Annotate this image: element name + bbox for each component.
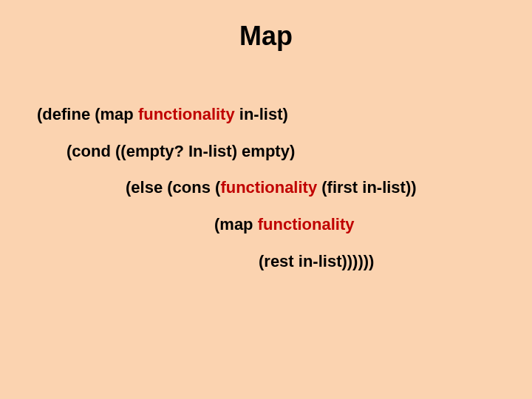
param-text: functionality bbox=[220, 178, 317, 197]
code-line-1: (define (map functionality in-list) bbox=[37, 103, 502, 126]
code-text: (else (cons ( bbox=[126, 178, 220, 197]
slide: Map (define (map functionality in-list) … bbox=[0, 0, 532, 399]
code-text: (first in-list)) bbox=[317, 178, 416, 197]
code-text: in-list) bbox=[235, 105, 288, 123]
code-text: (map bbox=[214, 215, 258, 233]
param-text: functionality bbox=[138, 105, 235, 123]
code-line-2: (cond ((empty? In-list) empty) bbox=[37, 140, 502, 163]
code-text: (define (map bbox=[37, 105, 138, 123]
code-block: (define (map functionality in-list) (con… bbox=[37, 103, 502, 287]
param-text: functionality bbox=[258, 215, 355, 233]
slide-title: Map bbox=[0, 21, 532, 52]
code-line-4: (map functionality bbox=[37, 214, 502, 236]
code-text: (rest in-list)))))) bbox=[259, 252, 374, 270]
code-text: (cond ((empty? In-list) empty) bbox=[66, 142, 295, 160]
code-line-5: (rest in-list)))))) bbox=[37, 250, 502, 273]
code-line-3: (else (cons (functionality (first in-lis… bbox=[37, 177, 502, 199]
